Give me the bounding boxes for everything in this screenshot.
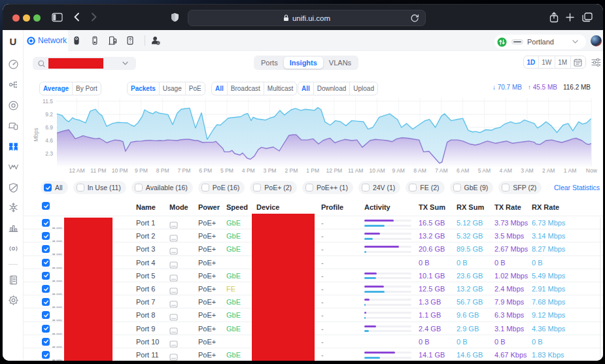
filter-chip-sfp-2-[interactable]: SFP (2) [498,181,542,194]
minimize-window-button[interactable] [23,14,30,22]
sidebar-item-unifi-devices[interactable] [3,97,24,113]
filter-chip-all[interactable]: All [41,181,68,194]
checkbox[interactable] [77,184,84,191]
chart-filter-by-port[interactable]: By Port [73,82,101,95]
console-selector[interactable]: Portland [494,35,586,49]
view-tab-insights[interactable]: Insights [284,57,323,69]
chart-filter-usage[interactable]: Usage [160,82,186,95]
row-checkbox[interactable] [42,298,50,306]
app-icon-protect-camera[interactable] [68,30,85,51]
row-checkbox[interactable] [42,338,50,346]
chart-filter-all[interactable]: All [298,82,314,95]
clear-statistics-link[interactable]: Clear Statistics [554,184,600,191]
row-checkbox[interactable] [42,219,50,227]
chart-filter-average[interactable]: Average [40,82,73,95]
filter-chip-poe-16-[interactable]: PoE (16) [198,181,245,194]
sidebar-item-cybersecure[interactable] [3,199,24,215]
row-checkbox[interactable] [42,325,50,333]
app-icon-admins-users[interactable] [147,30,164,51]
column-header-rx-sum[interactable]: RX Sum [457,203,484,211]
share-icon[interactable] [549,12,559,23]
filter-chip-fe-2-[interactable]: FE (2) [406,181,444,194]
table-settings-icon[interactable] [591,58,601,67]
checkbox[interactable] [253,184,261,191]
checkbox[interactable] [305,184,313,191]
checkbox[interactable] [409,184,417,191]
checkbox[interactable] [135,184,143,191]
column-header-tx-rate[interactable]: TX Rate [494,203,521,211]
column-header-rx-rate[interactable]: RX Rate [532,203,559,211]
filter-chip-in-use-11-[interactable]: In Use (11) [73,181,126,194]
view-tab-ports[interactable]: Ports [255,57,284,69]
row-checkbox[interactable] [42,311,50,319]
checkbox[interactable] [44,184,52,191]
row-checkbox[interactable] [42,245,50,253]
scrollbar[interactable] [600,218,601,361]
chart-filter-multicast[interactable]: Multicast [264,82,296,95]
sidebar-item-ports[interactable] [3,139,24,154]
sidebar-item-topology[interactable] [3,77,24,93]
column-header-name[interactable]: Name [136,203,156,211]
tab-network[interactable]: Network [24,30,68,51]
filter-chip-gbe-9-[interactable]: GbE (9) [450,181,494,194]
filter-chip-poe-2-[interactable]: PoE+ (2) [250,181,297,194]
chart-filter-download[interactable]: Download [314,82,350,95]
column-header-device[interactable]: Device [256,203,279,211]
app-icon-access-reader[interactable] [104,30,121,51]
row-checkbox[interactable] [42,259,50,267]
sidebar-item-hotspot[interactable] [3,240,24,256]
calendar-icon[interactable] [571,56,585,68]
user-avatar[interactable] [591,35,602,46]
sidebar-item-dashboard[interactable] [3,56,24,72]
select-all-checkbox[interactable] [42,202,50,210]
chart-filter-packets[interactable]: Packets [128,82,160,95]
sidebar-item-radios[interactable] [3,159,24,175]
column-header-activity[interactable]: Activity [364,203,390,211]
sidebar-item-clients[interactable] [3,118,24,134]
filter-chip-available-16-[interactable]: Available (16) [131,181,193,194]
checkbox[interactable] [502,184,510,191]
privacy-shield-icon[interactable] [171,12,179,22]
cell-profile: - [321,232,324,240]
column-header-speed[interactable]: Speed [226,203,248,211]
sidebar-item-security[interactable] [3,180,24,195]
row-checkbox[interactable] [42,285,50,293]
checkbox[interactable] [362,184,370,191]
back-icon[interactable] [73,12,80,22]
sidebar-item-settings[interactable] [3,292,24,308]
chart-filter-upload[interactable]: Upload [350,82,377,95]
row-checkbox[interactable] [42,232,50,240]
new-tab-icon[interactable] [566,13,574,22]
column-header-profile[interactable]: Profile [321,203,343,211]
chart-filter-broadcast[interactable]: Broadcast [228,82,264,95]
filter-chip-poe-1-[interactable]: PoE++ (1) [302,181,353,194]
zoom-window-button[interactable] [33,14,41,22]
app-icon-connect-display[interactable] [122,30,139,51]
close-window-button[interactable] [12,14,20,22]
cell-tx-rate: 6.3 Mbps [494,311,524,319]
sidebar-item-system-log[interactable] [3,272,24,288]
range-tab-1m[interactable]: 1M [555,56,571,68]
sidebar-item-statistics[interactable] [3,220,24,236]
view-tab-vlans[interactable]: VLANs [323,57,357,69]
svg-text:4 AM: 4 AM [499,167,511,174]
row-checkbox[interactable] [42,272,50,280]
address-bar[interactable]: unifi.ui.com [188,10,426,26]
filter-chip-24v-1-[interactable]: 24V (1) [358,181,400,194]
row-checkbox[interactable] [42,351,50,359]
app-icon-talk-phone[interactable] [86,30,103,51]
chart-filter-all[interactable]: All [212,82,228,95]
chart-filter-poe[interactable]: PoE [186,82,205,95]
column-header-mode[interactable]: Mode [169,203,188,211]
checkbox[interactable] [453,184,461,191]
column-header-tx-sum[interactable]: TX Sum [419,203,445,211]
checkbox[interactable] [201,184,209,191]
range-tab-1w[interactable]: 1W [539,56,555,68]
traffic-chart[interactable]: 2.34.66.99.211.512 AM11 PM10 PM9 PM8 PM7… [29,95,599,178]
sidebar-toggle-icon[interactable] [52,12,63,22]
reload-icon[interactable] [409,13,420,25]
tab-overview-icon[interactable] [582,12,593,22]
column-header-power[interactable]: Power [198,203,220,211]
forward-icon[interactable] [91,12,97,22]
range-tab-1d[interactable]: 1D [524,56,539,68]
